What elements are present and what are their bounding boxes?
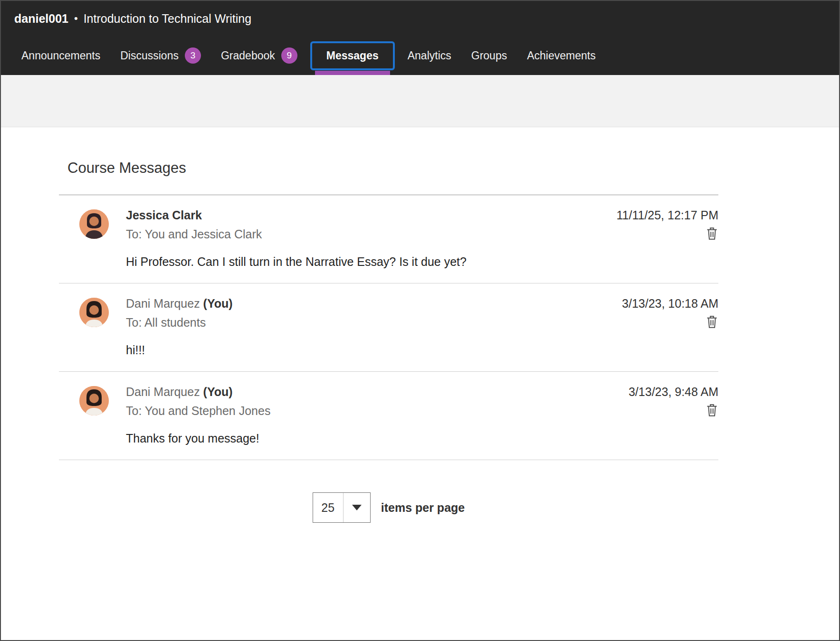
nav-tab-label: Analytics	[408, 49, 451, 62]
message-row[interactable]: Jessica Clark To: You and Jessica Clark …	[59, 195, 718, 283]
delete-message-button[interactable]	[706, 403, 718, 418]
delete-message-button[interactable]	[706, 315, 718, 330]
items-per-page-label: items per page	[381, 501, 465, 515]
nav-tab-discussions[interactable]: Discussions 3	[110, 40, 211, 71]
nav-tab-label: Messages	[326, 49, 379, 62]
message-row[interactable]: Dani Marquez (You) To: All students 3/13…	[59, 283, 718, 372]
sender-name: Jessica Clark	[126, 208, 202, 222]
nav-tab-groups[interactable]: Groups	[461, 42, 517, 70]
sender-suffix: (You)	[203, 297, 233, 310]
items-per-page-select[interactable]: 25	[313, 492, 371, 523]
subheader-band	[1, 75, 839, 127]
nav-tab-analytics[interactable]: Analytics	[398, 42, 461, 70]
nav-tab-label: Gradebook	[221, 49, 275, 62]
topbar: daniel001 • Introduction to Technical Wr…	[1, 1, 839, 36]
nav-tab-label: Discussions	[120, 49, 179, 62]
timestamp: 3/13/23, 9:48 AM	[629, 385, 718, 399]
course-page: daniel001 • Introduction to Technical Wr…	[0, 0, 840, 641]
course-nav: Announcements Discussions 3 Gradebook 9 …	[1, 36, 839, 75]
gradebook-count-badge: 9	[281, 47, 297, 64]
message-body: Thanks for you message!	[126, 432, 718, 445]
recipients: To: You and Stephen Jones	[126, 404, 629, 418]
trash-icon	[706, 323, 718, 330]
nav-tab-achievements[interactable]: Achievements	[517, 42, 605, 70]
timestamp: 11/11/25, 12:17 PM	[616, 208, 718, 222]
nav-tab-announcements[interactable]: Announcements	[11, 42, 110, 70]
pagination: 25 items per page	[59, 492, 718, 523]
message-row[interactable]: Dani Marquez (You) To: You and Stephen J…	[59, 372, 718, 460]
recipients: To: You and Jessica Clark	[126, 227, 616, 241]
sender-suffix: (You)	[203, 385, 233, 398]
nav-tab-label: Achievements	[527, 49, 595, 62]
sender-name: Dani Marquez	[126, 385, 200, 398]
course-title: Introduction to Technical Writing	[84, 12, 251, 26]
items-per-page-value: 25	[313, 493, 344, 522]
page-title: Course Messages	[67, 160, 718, 177]
message-body: Hi Professor. Can I still turn in the Na…	[126, 255, 718, 269]
title-separator: •	[74, 12, 78, 25]
nav-tab-gradebook[interactable]: Gradebook 9	[211, 40, 307, 71]
recipients: To: All students	[126, 316, 622, 330]
avatar	[79, 298, 109, 327]
caret-down-icon	[344, 493, 370, 522]
sender-name: Dani Marquez	[126, 297, 200, 310]
delete-message-button[interactable]	[706, 226, 718, 242]
messages-content: Course Messages Jessica	[1, 160, 839, 523]
nav-tab-messages[interactable]: Messages	[310, 41, 395, 70]
avatar	[79, 209, 109, 239]
trash-icon	[706, 411, 718, 418]
timestamp: 3/13/23, 10:18 AM	[622, 297, 718, 311]
nav-tab-label: Groups	[471, 49, 507, 62]
trash-icon	[706, 235, 718, 242]
discussions-count-badge: 3	[185, 47, 201, 64]
username: daniel001	[14, 12, 68, 26]
nav-tab-label: Announcements	[21, 49, 100, 62]
avatar	[79, 386, 109, 415]
message-body: hi!!!	[126, 343, 718, 357]
